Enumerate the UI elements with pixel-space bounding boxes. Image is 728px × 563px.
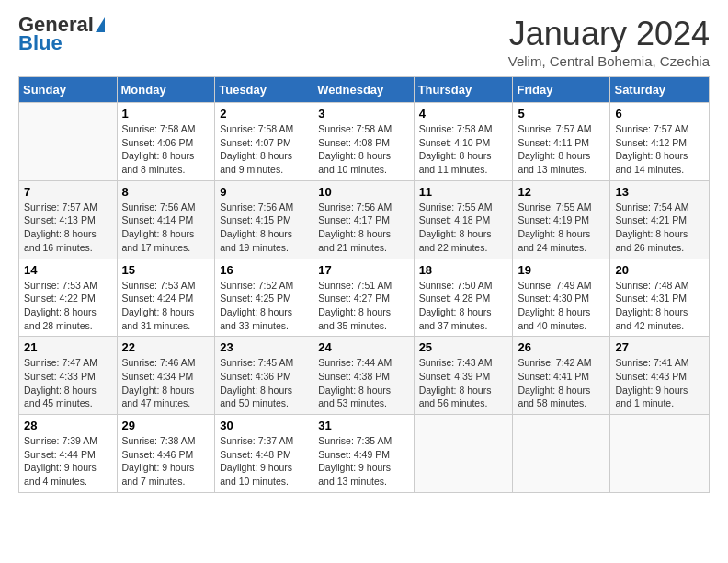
day-number: 25 [419, 340, 508, 354]
day-number: 31 [318, 419, 408, 432]
week-row-3: 14Sunrise: 7:53 AM Sunset: 4:22 PM Dayli… [19, 259, 710, 337]
day-info: Sunrise: 7:56 AM Sunset: 4:15 PM Dayligh… [220, 201, 308, 255]
calendar-cell: 30Sunrise: 7:37 AM Sunset: 4:48 PM Dayli… [215, 415, 313, 493]
week-row-4: 21Sunrise: 7:47 AM Sunset: 4:33 PM Dayli… [19, 337, 710, 415]
weekday-header-wednesday: Wednesday [313, 77, 414, 103]
calendar-cell: 14Sunrise: 7:53 AM Sunset: 4:22 PM Dayli… [19, 259, 118, 337]
day-info: Sunrise: 7:57 AM Sunset: 4:12 PM Dayligh… [615, 122, 704, 177]
weekday-header-saturday: Saturday [610, 77, 710, 103]
day-info: Sunrise: 7:50 AM Sunset: 4:28 PM Dayligh… [419, 279, 508, 333]
calendar-cell: 17Sunrise: 7:51 AM Sunset: 4:27 PM Dayli… [313, 259, 414, 337]
calendar-cell: 26Sunrise: 7:42 AM Sunset: 4:41 PM Dayli… [513, 337, 610, 415]
calendar-cell: 9Sunrise: 7:56 AM Sunset: 4:15 PM Daylig… [215, 180, 313, 259]
day-number: 20 [615, 263, 704, 277]
day-info: Sunrise: 7:58 AM Sunset: 4:06 PM Dayligh… [122, 122, 210, 177]
day-number: 19 [518, 263, 605, 277]
day-number: 18 [419, 263, 508, 277]
day-info: Sunrise: 7:55 AM Sunset: 4:19 PM Dayligh… [518, 201, 605, 255]
calendar-cell [414, 415, 513, 493]
day-info: Sunrise: 7:53 AM Sunset: 4:22 PM Dayligh… [24, 279, 112, 333]
day-number: 10 [318, 185, 408, 199]
weekday-header-tuesday: Tuesday [215, 77, 313, 103]
calendar-cell: 11Sunrise: 7:55 AM Sunset: 4:18 PM Dayli… [414, 180, 513, 259]
day-info: Sunrise: 7:52 AM Sunset: 4:25 PM Dayligh… [220, 279, 308, 333]
day-info: Sunrise: 7:39 AM Sunset: 4:44 PM Dayligh… [24, 434, 112, 488]
day-info: Sunrise: 7:58 AM Sunset: 4:07 PM Dayligh… [220, 122, 308, 177]
week-row-5: 28Sunrise: 7:39 AM Sunset: 4:44 PM Dayli… [19, 415, 710, 493]
day-info: Sunrise: 7:53 AM Sunset: 4:24 PM Dayligh… [122, 279, 210, 333]
location-subtitle: Velim, Central Bohemia, Czechia [508, 53, 710, 69]
title-section: January 2024 Velim, Central Bohemia, Cze… [508, 15, 710, 69]
day-info: Sunrise: 7:38 AM Sunset: 4:46 PM Dayligh… [122, 434, 210, 488]
day-number: 1 [122, 107, 210, 121]
day-number: 2 [220, 107, 308, 121]
day-number: 15 [122, 263, 210, 277]
calendar-cell: 4Sunrise: 7:58 AM Sunset: 4:10 PM Daylig… [414, 103, 513, 181]
day-info: Sunrise: 7:42 AM Sunset: 4:41 PM Dayligh… [518, 356, 605, 410]
calendar-cell: 23Sunrise: 7:45 AM Sunset: 4:36 PM Dayli… [215, 337, 313, 415]
calendar-cell: 21Sunrise: 7:47 AM Sunset: 4:33 PM Dayli… [19, 337, 118, 415]
day-number: 13 [615, 185, 704, 199]
day-number: 22 [122, 340, 210, 354]
day-info: Sunrise: 7:44 AM Sunset: 4:38 PM Dayligh… [318, 356, 408, 410]
calendar-cell: 12Sunrise: 7:55 AM Sunset: 4:19 PM Dayli… [513, 180, 610, 259]
day-info: Sunrise: 7:56 AM Sunset: 4:14 PM Dayligh… [122, 201, 210, 255]
day-info: Sunrise: 7:57 AM Sunset: 4:13 PM Dayligh… [24, 201, 112, 255]
calendar-table: SundayMondayTuesdayWednesdayThursdayFrid… [18, 76, 710, 493]
day-info: Sunrise: 7:58 AM Sunset: 4:08 PM Dayligh… [318, 122, 408, 177]
day-number: 11 [419, 185, 508, 199]
day-info: Sunrise: 7:43 AM Sunset: 4:39 PM Dayligh… [419, 356, 508, 410]
calendar-cell [513, 415, 610, 493]
calendar-cell: 8Sunrise: 7:56 AM Sunset: 4:14 PM Daylig… [117, 180, 215, 259]
day-info: Sunrise: 7:37 AM Sunset: 4:48 PM Dayligh… [220, 434, 308, 488]
calendar-cell: 6Sunrise: 7:57 AM Sunset: 4:12 PM Daylig… [610, 103, 710, 181]
calendar-cell: 15Sunrise: 7:53 AM Sunset: 4:24 PM Dayli… [117, 259, 215, 337]
month-title: January 2024 [508, 15, 710, 53]
week-row-2: 7Sunrise: 7:57 AM Sunset: 4:13 PM Daylig… [19, 180, 710, 259]
day-number: 17 [318, 263, 408, 277]
calendar-cell: 16Sunrise: 7:52 AM Sunset: 4:25 PM Dayli… [215, 259, 313, 337]
day-number: 29 [122, 419, 210, 432]
logo: General Blue [18, 15, 105, 53]
day-info: Sunrise: 7:46 AM Sunset: 4:34 PM Dayligh… [122, 356, 210, 410]
logo-triangle-icon [96, 17, 105, 32]
day-number: 5 [518, 107, 605, 121]
day-info: Sunrise: 7:58 AM Sunset: 4:10 PM Dayligh… [419, 122, 508, 177]
day-number: 8 [122, 185, 210, 199]
day-info: Sunrise: 7:35 AM Sunset: 4:49 PM Dayligh… [318, 434, 408, 488]
calendar-cell: 31Sunrise: 7:35 AM Sunset: 4:49 PM Dayli… [313, 415, 414, 493]
day-number: 7 [24, 185, 112, 199]
page-header: General Blue January 2024 Velim, Central… [18, 15, 710, 69]
week-row-1: 1Sunrise: 7:58 AM Sunset: 4:06 PM Daylig… [19, 103, 710, 181]
weekday-header-row: SundayMondayTuesdayWednesdayThursdayFrid… [19, 77, 710, 103]
day-number: 3 [318, 107, 408, 121]
calendar-cell: 2Sunrise: 7:58 AM Sunset: 4:07 PM Daylig… [215, 103, 313, 181]
day-number: 14 [24, 263, 112, 277]
day-number: 23 [220, 340, 308, 354]
day-number: 12 [518, 185, 605, 199]
calendar-cell: 13Sunrise: 7:54 AM Sunset: 4:21 PM Dayli… [610, 180, 710, 259]
day-number: 27 [615, 340, 704, 354]
weekday-header-sunday: Sunday [19, 77, 118, 103]
day-info: Sunrise: 7:51 AM Sunset: 4:27 PM Dayligh… [318, 279, 408, 333]
calendar-cell: 27Sunrise: 7:41 AM Sunset: 4:43 PM Dayli… [610, 337, 710, 415]
day-number: 21 [24, 340, 112, 354]
day-number: 9 [220, 185, 308, 199]
day-info: Sunrise: 7:55 AM Sunset: 4:18 PM Dayligh… [419, 201, 508, 255]
day-number: 26 [518, 340, 605, 354]
calendar-cell: 25Sunrise: 7:43 AM Sunset: 4:39 PM Dayli… [414, 337, 513, 415]
calendar-cell: 24Sunrise: 7:44 AM Sunset: 4:38 PM Dayli… [313, 337, 414, 415]
calendar-cell: 22Sunrise: 7:46 AM Sunset: 4:34 PM Dayli… [117, 337, 215, 415]
weekday-header-friday: Friday [513, 77, 610, 103]
calendar-cell: 20Sunrise: 7:48 AM Sunset: 4:31 PM Dayli… [610, 259, 710, 337]
day-number: 6 [615, 107, 704, 121]
day-info: Sunrise: 7:49 AM Sunset: 4:30 PM Dayligh… [518, 279, 605, 333]
day-info: Sunrise: 7:56 AM Sunset: 4:17 PM Dayligh… [318, 201, 408, 255]
day-number: 16 [220, 263, 308, 277]
day-number: 28 [24, 419, 112, 432]
day-info: Sunrise: 7:48 AM Sunset: 4:31 PM Dayligh… [615, 279, 704, 333]
day-info: Sunrise: 7:57 AM Sunset: 4:11 PM Dayligh… [518, 122, 605, 177]
day-info: Sunrise: 7:41 AM Sunset: 4:43 PM Dayligh… [615, 356, 704, 410]
calendar-cell: 3Sunrise: 7:58 AM Sunset: 4:08 PM Daylig… [313, 103, 414, 181]
calendar-cell: 5Sunrise: 7:57 AM Sunset: 4:11 PM Daylig… [513, 103, 610, 181]
